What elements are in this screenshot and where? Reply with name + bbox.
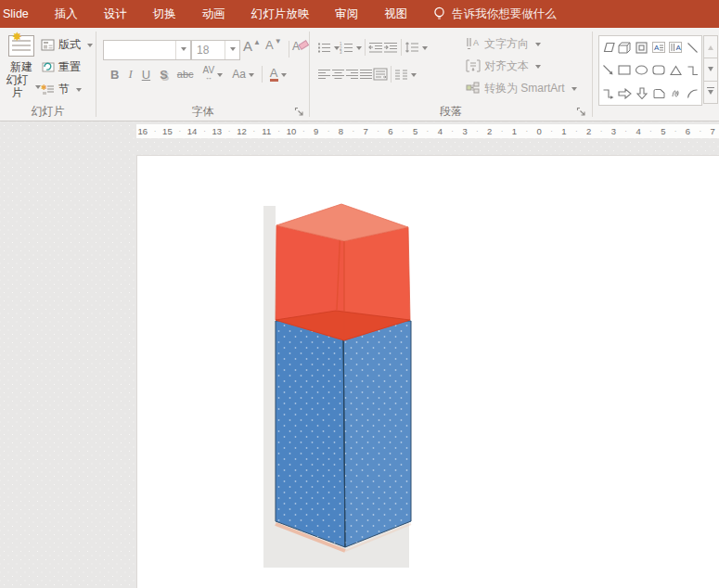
align-text-button[interactable]: 对齐文本 xyxy=(466,56,541,76)
chevron-down-icon xyxy=(76,88,82,95)
underline-button[interactable]: U xyxy=(137,68,155,82)
chevron-down-icon xyxy=(571,87,577,94)
ruler-tick: · xyxy=(148,127,160,135)
shrink-font-button[interactable]: A ▼ xyxy=(265,38,282,52)
numbering-button[interactable]: 123 xyxy=(340,42,362,54)
shape-rectangle[interactable] xyxy=(616,59,633,83)
shape-cube[interactable] xyxy=(616,36,633,59)
slide-shape-3d-boxes[interactable] xyxy=(260,200,416,571)
line-spacing-icon xyxy=(404,41,419,54)
ruler-label: 0 xyxy=(533,126,546,136)
change-case-button[interactable]: Aa xyxy=(227,68,259,81)
shape-arc[interactable] xyxy=(685,82,701,105)
new-slide-button[interactable]: ✸ 新建 幻灯片 xyxy=(2,32,41,114)
clear-formatting-button[interactable]: A xyxy=(291,38,310,54)
font-size-dropdown[interactable] xyxy=(225,41,239,59)
align-left-icon xyxy=(317,69,331,81)
strikethrough-label: abc xyxy=(177,69,194,80)
shape-oval[interactable] xyxy=(634,59,650,83)
shape-arrow[interactable] xyxy=(599,59,616,83)
tab-transitions[interactable]: 切换 xyxy=(140,0,189,28)
font-color-label: A xyxy=(270,67,278,82)
shape-elbow-arrow-connector[interactable] xyxy=(599,82,616,105)
paragraph-group-label: 段落 xyxy=(310,104,592,120)
shape-text-box[interactable]: A xyxy=(650,36,667,59)
columns-button[interactable] xyxy=(394,69,417,81)
increase-indent-button[interactable] xyxy=(383,42,398,54)
shape-snip-corner-rectangle[interactable] xyxy=(650,82,667,105)
eraser-icon: A xyxy=(291,38,310,54)
gallery-scroll-up-button[interactable] xyxy=(703,35,718,58)
tab-slide[interactable]: Slide xyxy=(0,0,42,28)
ruler-tick: · xyxy=(421,127,433,135)
line-spacing-button[interactable] xyxy=(404,41,428,54)
divider xyxy=(262,66,263,83)
shape-parallelogram[interactable] xyxy=(599,36,616,59)
shape-elbow-connector[interactable] xyxy=(685,59,701,83)
character-spacing-button[interactable]: AV ↔ xyxy=(199,67,228,82)
align-center-button[interactable] xyxy=(331,69,345,81)
lightbulb-icon xyxy=(433,6,445,21)
bold-button[interactable]: B xyxy=(106,68,123,82)
ruler-tick: · xyxy=(645,127,657,135)
distribute-text-button[interactable] xyxy=(373,68,388,81)
reset-button[interactable]: 重置 xyxy=(41,57,81,77)
tab-insert[interactable]: 插入 xyxy=(42,0,91,28)
shape-right-arrow[interactable] xyxy=(616,82,633,105)
gallery-scroll-down-button[interactable] xyxy=(703,58,718,81)
ruler-tick: · xyxy=(620,127,632,135)
chevron-down-icon xyxy=(181,47,186,54)
ribbon: ✸ 新建 幻灯片 版式 xyxy=(0,28,719,121)
chevron-down-icon xyxy=(356,46,362,53)
font-name-combo[interactable] xyxy=(103,40,191,60)
ribbon-tab-bar: Slide 插入 设计 切换 动画 幻灯片放映 审阅 视图 告诉我你想要做什么 xyxy=(0,0,719,28)
decrease-indent-button[interactable] xyxy=(368,42,383,54)
slide-canvas[interactable] xyxy=(136,155,719,588)
font-name-dropdown[interactable] xyxy=(175,41,190,59)
strikethrough-button[interactable]: abc xyxy=(173,69,199,80)
tab-slideshow[interactable]: 幻灯片放映 xyxy=(238,0,323,28)
gallery-more-button[interactable] xyxy=(703,82,718,104)
shape-vertical-text-box[interactable]: A xyxy=(667,36,684,59)
triangle-up-icon xyxy=(708,43,713,50)
numbering-icon: 123 xyxy=(340,42,353,54)
bullets-button[interactable] xyxy=(317,42,340,54)
shapes-gallery: A A xyxy=(598,35,702,106)
ruler-label: 6 xyxy=(384,126,396,136)
shape-rounded-rectangle[interactable] xyxy=(650,59,667,83)
shape-frame[interactable] xyxy=(634,36,650,59)
ruler-tick: · xyxy=(248,127,260,135)
align-text-label: 对齐文本 xyxy=(484,58,529,74)
align-right-button[interactable] xyxy=(345,69,359,81)
italic-button[interactable]: I xyxy=(123,67,136,82)
tab-view[interactable]: 视图 xyxy=(371,0,420,28)
ruler[interactable]: 16·15·14·13·12·11·10·9·8·7·6·5·4·3·2·1·0… xyxy=(136,124,719,138)
shape-down-arrow[interactable] xyxy=(634,82,650,105)
tell-me-label: 告诉我你想要做什么 xyxy=(452,6,557,22)
chevron-down-icon xyxy=(535,43,541,49)
tab-design[interactable]: 设计 xyxy=(91,0,140,28)
layout-button[interactable]: 版式 xyxy=(41,34,93,55)
section-button[interactable]: ✱ 节 xyxy=(41,79,82,99)
ruler-label: 16 xyxy=(136,126,148,136)
svg-text:A: A xyxy=(473,38,479,47)
tab-review[interactable]: 审阅 xyxy=(322,0,371,28)
shape-line[interactable] xyxy=(685,36,701,59)
grow-font-button[interactable]: A ▲ xyxy=(243,38,261,54)
justify-button[interactable] xyxy=(359,69,373,81)
tell-me-box[interactable]: 告诉我你想要做什么 xyxy=(433,6,557,22)
font-size-combo[interactable]: 18 xyxy=(191,40,240,60)
text-direction-button[interactable]: A 文字方向 xyxy=(466,33,541,54)
convert-smartart-button[interactable]: 转换为 SmartArt xyxy=(466,78,577,98)
align-left-button[interactable] xyxy=(317,69,331,81)
italic-label: I xyxy=(128,67,132,82)
justify-icon xyxy=(359,69,373,81)
font-color-button[interactable]: A xyxy=(265,67,291,82)
font-group-label: 字体 xyxy=(96,104,309,120)
bold-label: B xyxy=(110,68,119,82)
shape-scribble[interactable] xyxy=(667,82,684,105)
tab-animations[interactable]: 动画 xyxy=(189,0,238,28)
shape-triangle[interactable] xyxy=(667,59,684,83)
text-shadow-button[interactable]: S xyxy=(155,68,173,82)
chevron-down-icon xyxy=(281,73,287,80)
